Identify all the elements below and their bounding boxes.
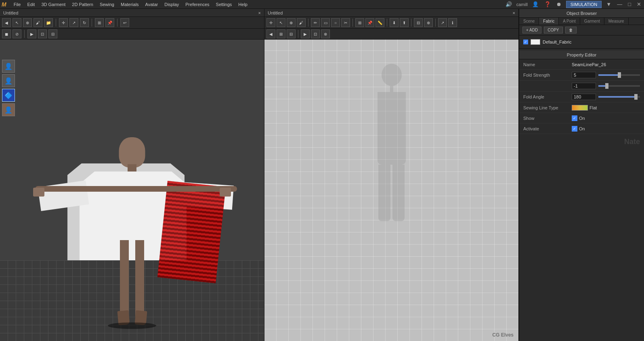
sewing-type-display[interactable]: Flat (572, 105, 597, 111)
tb2-icon2[interactable]: ⊘ (13, 29, 21, 38)
tb2-icon4[interactable]: ⊡ (38, 29, 47, 38)
rotate-icon[interactable]: ↻ (80, 18, 89, 27)
fold-angle-slider[interactable] (598, 96, 640, 98)
add-button[interactable]: + ADD (522, 27, 541, 33)
help-icon[interactable]: ❓ (543, 1, 552, 7)
2d-tb-rect[interactable]: ▭ (321, 18, 330, 27)
maximize-icon[interactable]: □ (627, 1, 632, 7)
pattern-svg: ↖ 454.45 350.09 293.15 293.15 350.09 454… (264, 40, 518, 341)
2d-tb-cursor2[interactable]: ↗ (438, 18, 447, 27)
2d-tb2-grid2[interactable]: ⊡ (311, 29, 320, 38)
2d-tb-snap[interactable]: ⊕ (424, 18, 433, 27)
move-icon[interactable]: ✛ (59, 18, 68, 27)
2d-tb-circle[interactable]: ○ (331, 18, 340, 27)
2d-tb-sew[interactable]: ⊞ (355, 18, 364, 27)
tb2-icon3[interactable]: ▶ (27, 29, 36, 38)
2d-tb-pen[interactable]: ✏ (311, 18, 320, 27)
prop-name-label: Name (523, 62, 572, 67)
2d-viewport-close[interactable]: × (513, 10, 515, 15)
menu-preferences[interactable]: Preferences (182, 1, 212, 8)
minimize-icon[interactable]: — (616, 1, 623, 7)
activate-value: On (579, 126, 585, 131)
volume-icon[interactable]: 🔊 (504, 1, 513, 7)
simulation-button[interactable]: SIMULATION (566, 1, 602, 8)
menu-edit[interactable]: Edit (24, 1, 38, 8)
avatar-thumb-1[interactable]: 👤 (2, 60, 15, 73)
tab-measure[interactable]: Measure (604, 18, 629, 25)
fabric-item-default[interactable]: ✓ Default_Fabric (522, 38, 642, 46)
2d-sep-5 (435, 19, 436, 27)
cursor-icon[interactable]: ↗ (69, 18, 78, 27)
select2-icon[interactable]: ⊕ (23, 18, 32, 27)
left-viewport-close[interactable]: × (258, 10, 261, 15)
tb2-icon5[interactable]: ⊟ (48, 29, 57, 38)
2d-tb-grid[interactable]: ⊟ (414, 18, 423, 27)
tab-fabric[interactable]: Fabric (539, 18, 559, 25)
menu-avatar[interactable]: Avatar (142, 1, 162, 8)
2d-tb2-2[interactable]: ⊞ (277, 29, 285, 38)
2d-tb-brush[interactable]: 🖌 (297, 18, 306, 27)
prop-name-value[interactable]: SeamLinePar_26 (572, 62, 640, 67)
2d-tb-measure[interactable]: 📏 (375, 18, 384, 27)
2d-tb2-3[interactable]: ⊟ (287, 29, 296, 38)
brush-icon[interactable]: 🖌 (34, 18, 42, 27)
menu-help[interactable]: Help (235, 1, 251, 8)
undo-icon[interactable]: ↩ (120, 18, 129, 27)
fold-strength-fill (598, 74, 619, 76)
2d-viewport[interactable]: ↖ 454.45 350.09 293.15 293.15 350.09 454… (264, 40, 518, 341)
record-icon[interactable]: ⏺ (555, 1, 563, 7)
prop-activate-checkbox[interactable]: ✓ On (572, 126, 585, 132)
menu-file[interactable]: File (10, 1, 24, 8)
tab-garment[interactable]: Garment (580, 18, 604, 25)
2d-tb2-dots[interactable]: ⊗ (321, 29, 330, 38)
fold-strength2-input[interactable]: -1 (572, 83, 596, 89)
prop-show-checkbox[interactable]: ✓ On (572, 115, 585, 121)
fold-strength-input[interactable]: 5 (572, 72, 596, 78)
menu-materials[interactable]: Materials (117, 1, 142, 8)
menu-sewing[interactable]: Sewing (96, 1, 117, 8)
char-shadow (108, 322, 156, 329)
fold-strength2-thumb[interactable] (605, 83, 608, 89)
expand-icon[interactable]: ▼ (605, 1, 613, 7)
user-icon[interactable]: 👤 (531, 1, 540, 7)
2d-tb-import[interactable]: ⬇ (390, 18, 399, 27)
tb2-icon1[interactable]: ◼ (2, 29, 11, 38)
2d-tb2-play[interactable]: ▶ (301, 29, 310, 38)
menu-2d-pattern[interactable]: 2D Pattern (69, 1, 96, 8)
fold-angle-thumb[interactable] (634, 94, 638, 100)
fold-strength-thumb[interactable] (618, 72, 621, 78)
close-icon[interactable]: ✕ (636, 1, 642, 7)
2d-tb-select[interactable]: ⊕ (287, 18, 296, 27)
2d-tb-cursor[interactable]: ↖ (277, 18, 285, 27)
copy-button[interactable]: COPY (544, 27, 562, 33)
avatar-thumb-3[interactable]: 🔷 (2, 89, 15, 102)
2d-tb-cut[interactable]: ✂ (341, 18, 350, 27)
tab-a-point[interactable]: A Point (559, 18, 580, 25)
2d-tb2-1[interactable]: ◀ (266, 29, 275, 38)
char-hand-left (33, 188, 44, 197)
avatar-thumb-4[interactable]: 👤 (2, 103, 15, 116)
menu-3d-garment[interactable]: 3D Garment (38, 1, 69, 8)
delete-button[interactable]: 🗑 (565, 27, 577, 33)
fold-angle-input[interactable]: 180 (572, 94, 596, 100)
tab-scene[interactable]: Scene (519, 18, 539, 25)
2d-tb-export[interactable]: ⬆ (400, 18, 409, 27)
2d-tb-pin[interactable]: 📌 (365, 18, 374, 27)
pin-icon[interactable]: 📌 (105, 18, 114, 27)
2d-tb-info[interactable]: ℹ (448, 18, 457, 27)
folder-icon[interactable]: 📁 (44, 18, 53, 27)
view-icon[interactable]: ⊞ (95, 18, 104, 27)
prop-fold-strength2-row: -1 (519, 81, 644, 92)
fold-strength2-slider[interactable] (598, 85, 640, 87)
menu-bar: M File Edit 3D Garment 2D Pattern Sewing… (0, 0, 644, 9)
3d-viewport[interactable]: 👤 👤 🔷 👤 (0, 40, 264, 341)
char-hand-right (220, 188, 231, 197)
menu-settings[interactable]: Settings (213, 1, 235, 8)
select-icon[interactable]: ↖ (13, 18, 21, 27)
avatar-thumb-2[interactable]: 👤 (2, 74, 15, 87)
2d-tb-move[interactable]: ✛ (266, 18, 275, 27)
fold-strength-slider[interactable] (598, 74, 640, 76)
nav-icon[interactable]: ◀ (2, 18, 11, 27)
menu-display[interactable]: Display (161, 1, 182, 8)
object-browser-tabs: Scene Fabric A Point Garment Measure (519, 18, 644, 25)
